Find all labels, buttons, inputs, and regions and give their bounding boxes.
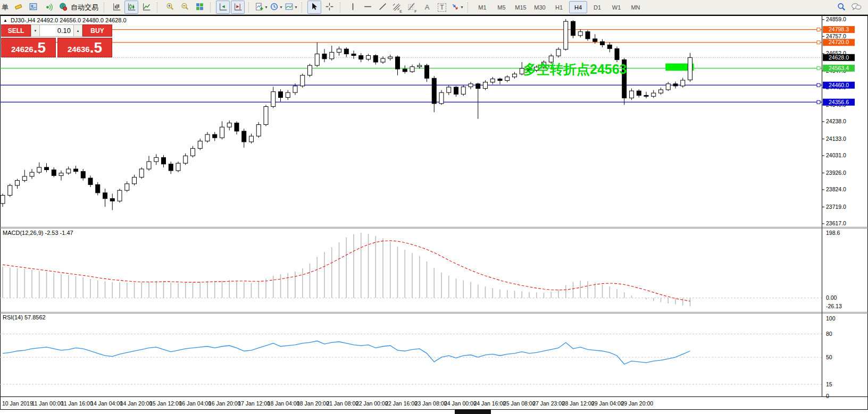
candle-0 [1, 195, 5, 203]
price-badge-label: 24460.0 [829, 82, 849, 88]
time-axis-label: 24 Jan 00:00 [444, 400, 477, 407]
time-axis-label: 23 Jan 08:00 [415, 400, 447, 407]
candle-86 [630, 91, 634, 98]
candle-66 [483, 82, 488, 89]
time-axis-label: 16 Jan 04:00 [179, 400, 211, 407]
timeframe-W1[interactable]: W1 [607, 1, 625, 13]
zoom-in-button[interactable] [163, 1, 177, 14]
symbol-header[interactable]: ▲ DJ30-,H4 24492.0 24656.0 24480.0 24628… [3, 17, 127, 23]
candle-47 [344, 49, 348, 54]
timeframe-H4[interactable]: H4 [569, 1, 587, 13]
templates-button[interactable]: ▾ [284, 1, 298, 14]
chart-frame [1, 15, 868, 410]
candle-50 [366, 56, 371, 60]
candle-14 [103, 193, 107, 199]
candle-52 [381, 58, 385, 62]
candle-28 [205, 134, 210, 141]
candle-49 [359, 56, 363, 60]
price-tick-label: 23719.0 [826, 204, 846, 210]
timeframe-MN[interactable]: MN [627, 1, 645, 13]
timeframe-H1[interactable]: H1 [550, 1, 568, 13]
sell-price-box[interactable]: 24626 .5 [1, 38, 56, 57]
chart-canvas[interactable]: 24859.024757.024652.024547.024445.024340… [0, 15, 868, 414]
price-tick-label: 23617.0 [826, 220, 846, 226]
candle-37 [271, 92, 276, 107]
candle-26 [191, 148, 195, 156]
rsi-indicator-label: RSI(14) 57.8562 [3, 314, 46, 320]
periods-button[interactable]: ▾ [269, 1, 283, 14]
candle-35 [256, 124, 261, 136]
chat-button[interactable] [849, 1, 863, 14]
arrows-button[interactable]: ▾ [450, 1, 464, 14]
cursor-button[interactable] [307, 1, 321, 14]
text-button[interactable]: A [420, 1, 434, 14]
autotrading-button[interactable] [56, 1, 70, 14]
indicators-button[interactable]: ▾ [254, 1, 268, 14]
fibonacci-button[interactable]: F [405, 1, 419, 14]
volume-input[interactable]: 0.10 [40, 24, 73, 37]
volume-increase-button[interactable]: ▴ [73, 24, 82, 37]
time-axis-label: 29 Jan 20:00 [621, 400, 653, 407]
collapse-triangle-icon[interactable]: ▲ [3, 18, 7, 23]
candle-60 [439, 92, 444, 104]
sell-button[interactable]: SELL [1, 24, 31, 37]
arrows-icon [450, 2, 460, 12]
candle-20 [147, 162, 151, 169]
crosshair-button[interactable] [322, 1, 336, 14]
autotrading-label[interactable]: 自动交易 [71, 3, 98, 12]
clock-icon [270, 2, 279, 12]
text-label-button[interactable]: T [435, 1, 449, 14]
vertical-line-button[interactable] [346, 1, 360, 14]
candle-4 [30, 172, 34, 176]
candle-81 [593, 39, 597, 41]
line-chart-button[interactable] [139, 1, 153, 14]
time-axis-label: 22 Jan 00:00 [356, 400, 388, 407]
candle-39 [286, 92, 290, 97]
line-anchor-marker [817, 66, 820, 70]
eraser-button[interactable] [11, 1, 25, 14]
candle-25 [183, 156, 188, 163]
candle-16 [118, 190, 122, 201]
candle-33 [242, 131, 246, 142]
price-tick-label: 24133.0 [826, 136, 846, 142]
chart-shift-button[interactable] [231, 1, 245, 14]
tile-windows-button[interactable] [193, 1, 206, 14]
price-badge-label: 24798.3 [829, 26, 849, 32]
timeframe-M15[interactable]: M15 [512, 1, 530, 13]
trendline-button[interactable] [375, 1, 389, 14]
timeframe-M1[interactable]: M1 [473, 1, 491, 13]
candle-8 [59, 173, 63, 176]
search-icon [837, 2, 846, 13]
timeframe-D1[interactable]: D1 [588, 1, 606, 13]
rsi-tick-label: 100 [826, 315, 836, 322]
candle-57 [418, 65, 422, 66]
line-anchor-marker [817, 28, 820, 31]
bar-chart-button[interactable] [110, 1, 123, 14]
horizontal-line-button[interactable] [361, 1, 374, 14]
candle-10 [74, 169, 78, 172]
new-order-button[interactable]: 单 [2, 3, 9, 12]
timeframe-M5[interactable]: M5 [493, 1, 511, 13]
buy-button[interactable]: BUY [82, 24, 112, 37]
zoom-out-button[interactable] [178, 1, 191, 14]
chart-window-button[interactable] [26, 1, 40, 14]
toolbar-separator [248, 2, 252, 13]
text-label-icon: T [438, 3, 446, 12]
price-tick-label: 24238.0 [826, 118, 846, 124]
volume-decrease-button[interactable]: ▾ [31, 24, 40, 37]
candle-45 [330, 52, 334, 58]
auto-scroll-button[interactable] [216, 1, 230, 14]
signal-button[interactable] [41, 1, 55, 14]
price-tick-label: 24031.0 [826, 152, 846, 158]
candle-70 [513, 74, 517, 77]
candle-77 [564, 21, 568, 49]
volume-stepper: ▾ 0.10 ▴ [31, 24, 82, 37]
search-button[interactable] [834, 1, 848, 14]
candlestick-chart-button[interactable] [124, 1, 138, 14]
timeframe-M30[interactable]: M30 [531, 1, 549, 13]
chart-window-icon [29, 2, 38, 12]
macd-tick-label: -26.13 [826, 303, 842, 309]
channel-button[interactable]: E [390, 1, 404, 14]
buy-price-box[interactable]: 24636 .5 [57, 38, 112, 57]
candle-42 [308, 65, 312, 75]
